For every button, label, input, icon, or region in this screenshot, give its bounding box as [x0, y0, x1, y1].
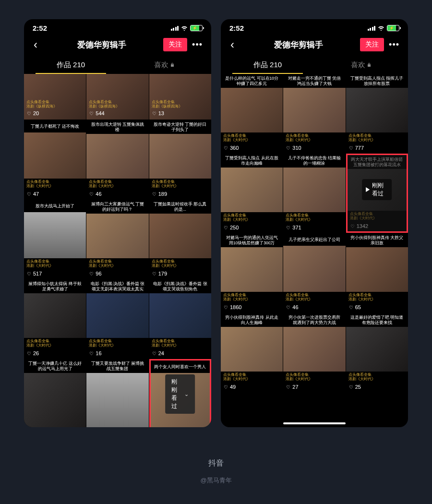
heart-icon: ♡ [286, 145, 290, 151]
video-cell[interactable]: 展博得知小犹太得病 终于鼓足勇气求婚了点头像看全集港剧《大时代》♡26 [24, 279, 86, 359]
video-cell[interactable]: 儿子把亲生父亲赶出了公司点头像看全集港剧《大时代》♡46 [283, 233, 345, 312]
heart-icon: ♡ [27, 192, 31, 197]
page-title: 爱德华剪辑手 [240, 39, 357, 50]
tab-works[interactable]: 作品 210 [221, 56, 314, 74]
back-icon[interactable]: ‹ [228, 37, 237, 52]
signal-icon [368, 26, 376, 31]
heart-icon: ♡ [224, 145, 228, 151]
heart-icon: ♡ [349, 145, 353, 151]
signal-icon [171, 26, 179, 31]
heart-icon: ♡ [89, 111, 94, 116]
wifi-icon [180, 24, 188, 32]
video-cell[interactable]: 股市奇迹大逆转 丁蟹的好日子到头了点头像看全集港剧《大时代》♡189 [149, 120, 211, 199]
status-right: ⚡ [368, 24, 400, 32]
video-cell[interactable]: 丁蟹又要发战争财了 展博挑战五蟹集团 [86, 359, 148, 427]
heart-icon: ♡ [349, 384, 353, 390]
video-cell[interactable]: 对赌走一穷不通的丁蟹 凭借鸿运当头赚了大钱点头像看全集港剧《大时代》♡310 [283, 74, 345, 153]
more-icon[interactable]: ••• [190, 40, 204, 50]
heart-icon: ♡ [286, 384, 290, 390]
heart-icon: ♡ [89, 271, 94, 276]
more-icon[interactable]: ••• [387, 40, 401, 50]
tab-likes[interactable]: 喜欢 [118, 56, 211, 74]
page-title: 爱德华剪辑手 [43, 39, 160, 50]
header: ‹ 爱德华剪辑手 关注 ••• [221, 34, 408, 56]
play-icon [366, 187, 370, 192]
time: 2:52 [33, 24, 47, 32]
video-cell[interactable]: 丁蟹一天净赚几十亿 这么好的运气马上用光了 [24, 359, 86, 427]
author: @黑马青年 [0, 476, 432, 485]
tab-works[interactable]: 作品 210 [24, 56, 118, 74]
heart-icon: ♡ [349, 305, 353, 310]
heart-icon: ♡ [27, 111, 31, 116]
video-cell-highlighted[interactable]: 两个女人同时喜欢一个男人 刚刚看过⌄ [149, 359, 211, 427]
video-cell[interactable]: 股市出现大逆转 五蟹集体跳楼点头像看全集港剧《大时代》♡46 [86, 120, 148, 199]
recently-watched-badge[interactable]: 刚刚看过⌄ [165, 374, 195, 414]
video-cell[interactable]: 丁蟹受到高人指点 指挥儿子放掉所有股票点头像看全集港剧《大时代》♡777 [346, 74, 408, 153]
video-cell[interactable]: 穷小伙得到股神真传 大胜父亲旧敌点头像看全集港剧《大时代》♡65 [346, 233, 408, 312]
heart-icon: ♡ [152, 271, 156, 276]
chevron-down-icon: ⌄ [184, 391, 189, 397]
video-grid: 点头像看全集港剧《纵横四海》♡20 点头像看全集港剧《纵横四海》♡544 点头像… [24, 74, 211, 427]
video-cell-highlighted[interactable]: 两大天才联手上演草船借箭 五蟹集团被打的落花流水 刚刚看过 点头像看全集港剧《大… [346, 154, 408, 233]
heart-icon: ♡ [27, 351, 31, 356]
tabs: 作品 210 喜欢 [221, 56, 408, 74]
heart-icon: ♡ [152, 111, 156, 116]
follow-button[interactable]: 关注 [163, 38, 187, 51]
video-cell[interactable]: 丁蟹儿子都死了 还不悔改点头像看全集港剧《大时代》♡47 [24, 120, 86, 199]
header: ‹ 爱德华剪辑手 关注 ••• [24, 34, 211, 56]
tab-likes[interactable]: 喜欢 [314, 56, 408, 74]
wifi-icon [377, 24, 385, 32]
phone-left: 2:52 ⚡ ‹ 爱德华剪辑手 关注 ••• 作品 210 喜欢 点头像看全集港… [24, 19, 211, 427]
heart-icon: ♡ [152, 351, 156, 356]
time: 2:52 [229, 24, 244, 32]
battery-icon: ⚡ [387, 25, 399, 31]
tabs: 作品 210 喜欢 [24, 56, 211, 74]
video-cell[interactable]: 穷小伙第一次进股票交易所 就遇到了两大势力大战点头像看全集港剧《大时代》♡27 [283, 313, 345, 392]
heart-icon: ♡ [27, 271, 31, 276]
recently-watched-badge[interactable]: 刚刚看过 [362, 179, 392, 200]
video-cell[interactable]: 电影《扫黑·决战》番外篇 张颂文哭戏告别角色点头像看全集港剧《大时代》♡24 [149, 279, 211, 359]
heart-icon: ♡ [224, 225, 228, 230]
video-cell[interactable]: 股市大战马上开始了点头像看全集港剧《大时代》♡517 [24, 200, 86, 279]
video-cell[interactable]: 点头像看全集港剧《纵横四海》♡544 [86, 74, 148, 120]
follow-button[interactable]: 关注 [360, 38, 384, 51]
home-indicator[interactable] [283, 422, 346, 424]
video-cell[interactable]: 电影《扫黑·决战》番外篇 张颂文无剧本表演哭戏太真实点头像看全集港剧《大时代》♡… [86, 279, 148, 359]
phone-right: 2:52 ⚡ ‹ 爱德华剪辑手 关注 ••• 作品 210 喜欢 是什么样的运气… [221, 19, 408, 427]
footer: 抖音 @黑马青年 [0, 458, 432, 485]
heart-icon: ♡ [286, 305, 290, 310]
heart-icon: ♡ [224, 384, 228, 390]
heart-icon: ♡ [350, 224, 355, 229]
video-cell[interactable]: 这是最好的爱情了吧 明知道有危险还要来找点头像看全集港剧《大时代》♡25 [346, 313, 408, 392]
lock-icon [367, 60, 372, 65]
video-cell[interactable]: 展博向三大富豪借运气 丁蟹的好运到了吗？点头像看全集港剧《大时代》♡96 [86, 200, 148, 279]
video-cell[interactable]: 是什么样的运气 可以在10分钟赚了四亿多元点头像看全集港剧《大时代》♡360 [221, 74, 283, 153]
back-icon[interactable]: ‹ [31, 37, 40, 52]
video-grid: 是什么样的运气 可以在10分钟赚了四亿多元点头像看全集港剧《大时代》♡360 对… [221, 74, 408, 427]
status-bar: 2:52 ⚡ [221, 19, 408, 34]
video-cell[interactable]: 儿子不停爸爸的忠告 结果输的一塌糊涂点头像看全集港剧《大时代》♡371 [283, 154, 345, 233]
heart-icon: ♡ [286, 225, 290, 230]
video-cell[interactable]: 丁蟹受到高人指点 从此在股市走向巅峰点头像看全集港剧《大时代》♡250 [221, 154, 283, 233]
status-right: ⚡ [171, 24, 203, 32]
lock-icon [170, 60, 175, 65]
app-name: 抖音 [0, 458, 432, 468]
video-cell[interactable]: 点头像看全集港剧《纵横四海》♡20 [24, 74, 86, 120]
video-cell[interactable]: 穷小伙得到股神真传 从此走向人生巅峰点头像看全集港剧《大时代》♡49 [221, 313, 283, 392]
status-bar: 2:52 ⚡ [24, 19, 211, 34]
video-cell[interactable]: 对赌马一穷的通的人凭运气 用10块钱居然赚了300万点头像看全集港剧《大时代》♡… [221, 233, 283, 312]
heart-icon: ♡ [89, 192, 94, 197]
heart-icon: ♡ [224, 305, 228, 310]
video-cell[interactable]: 丁蟹如果这时候收手 那么真的是...点头像看全集港剧《大时代》♡179 [149, 200, 211, 279]
heart-icon: ♡ [89, 351, 94, 356]
heart-icon: ♡ [152, 192, 156, 197]
battery-icon: ⚡ [190, 25, 203, 31]
video-cell[interactable]: 点头像看全集港剧《纵横四海》♡13 [149, 74, 211, 120]
